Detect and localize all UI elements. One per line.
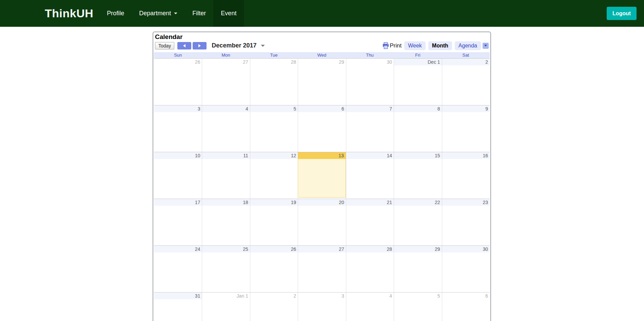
chevron-down-icon[interactable]	[261, 45, 265, 47]
cell-body	[250, 206, 298, 245]
cell-body	[394, 253, 442, 292]
cell-body	[394, 112, 442, 152]
calendar-cell[interactable]: 15	[394, 152, 442, 199]
calendar-cell[interactable]: 30	[442, 246, 490, 292]
current-period-label[interactable]: December 2017	[212, 42, 256, 49]
page-title: Calendar	[155, 33, 490, 41]
tab-month[interactable]: Month	[428, 41, 452, 50]
view-dropdown-button[interactable]	[483, 43, 489, 49]
date-label: 29	[394, 246, 442, 253]
week-row: 2627282930Dec 12	[154, 58, 490, 105]
week-row: 10111213141516	[154, 152, 490, 199]
nav-item-label: Filter	[192, 10, 206, 17]
calendar-cell[interactable]: 26	[154, 59, 202, 105]
date-label: 2	[250, 293, 298, 299]
cell-body	[298, 206, 346, 245]
print-icon	[382, 42, 390, 49]
cell-body	[394, 65, 442, 105]
tab-week[interactable]: Week	[404, 41, 426, 50]
date-label: 13	[298, 152, 345, 159]
calendar-cell[interactable]: 3	[298, 293, 346, 321]
nav-item-label: Event	[221, 10, 236, 17]
app-brand: ThinkUH	[45, 7, 93, 20]
calendar-cell[interactable]: Dec 1	[394, 59, 442, 105]
calendar-cell[interactable]: 26	[250, 246, 298, 292]
calendar-cell[interactable]: 6	[442, 293, 490, 321]
next-month-button[interactable]	[193, 42, 207, 49]
calendar-toolbar: Today December 2017	[155, 41, 489, 50]
cell-body	[346, 299, 394, 321]
calendar-cell[interactable]: 9	[442, 105, 490, 152]
calendar-cell[interactable]: 25	[202, 246, 250, 292]
calendar-cell[interactable]: 4	[346, 293, 394, 321]
calendar-cell-today[interactable]: 13	[298, 152, 346, 198]
cell-body	[202, 159, 250, 199]
logout-button[interactable]: Logout	[607, 7, 637, 20]
calendar-cell[interactable]: 29	[298, 59, 346, 105]
date-label: 28	[346, 246, 394, 253]
calendar-cell[interactable]: 19	[250, 199, 298, 245]
cell-body	[298, 299, 346, 321]
calendar-cell[interactable]: 6	[298, 105, 346, 152]
calendar-cell[interactable]: 8	[394, 105, 442, 152]
calendar-cell[interactable]: 12	[250, 152, 298, 199]
calendar-cell[interactable]: 28	[250, 59, 298, 105]
calendar-cell[interactable]: 16	[442, 152, 490, 199]
date-label: 12	[250, 152, 298, 159]
calendar-cell[interactable]: 18	[202, 199, 250, 245]
calendar-panel: Calendar Today December 2017	[153, 32, 491, 321]
date-label: 20	[298, 199, 346, 206]
calendar-cell[interactable]: 3	[154, 105, 202, 152]
date-label: Jan 1	[202, 293, 250, 299]
nav-item-event[interactable]: Event	[213, 0, 244, 27]
calendar-cell[interactable]: 5	[394, 293, 442, 321]
calendar-cell[interactable]: 29	[394, 246, 442, 292]
date-label: 9	[442, 105, 490, 112]
calendar-cell[interactable]: 10	[154, 152, 202, 199]
calendar-cell[interactable]: 14	[346, 152, 394, 199]
date-label: 6	[298, 105, 346, 112]
calendar-cell[interactable]: 20	[298, 199, 346, 245]
cell-body	[250, 299, 298, 321]
calendar-cell[interactable]: Jan 1	[202, 293, 250, 321]
calendar-cell[interactable]: 31	[154, 293, 202, 321]
calendar-cell[interactable]: 22	[394, 199, 442, 245]
cell-body	[442, 206, 490, 245]
print-button[interactable]: Print	[382, 42, 402, 49]
prev-month-button[interactable]	[177, 42, 191, 49]
cell-body	[346, 65, 394, 105]
nav-item-profile[interactable]: Profile	[99, 0, 132, 27]
calendar-cell[interactable]: 5	[250, 105, 298, 152]
view-tabs: WeekMonthAgenda	[402, 41, 481, 50]
day-header: Fri	[394, 52, 442, 58]
nav-item-department[interactable]: Department	[132, 0, 185, 27]
cell-body	[298, 65, 346, 105]
calendar-cell[interactable]: 23	[442, 199, 490, 245]
chevron-down-icon	[174, 13, 177, 14]
calendar-cell[interactable]: 4	[202, 105, 250, 152]
calendar-cell[interactable]: 27	[202, 59, 250, 105]
calendar-cell[interactable]: 21	[346, 199, 394, 245]
cell-body	[154, 253, 202, 292]
calendar-cell[interactable]: 2	[250, 293, 298, 321]
calendar-cell[interactable]: 24	[154, 246, 202, 292]
calendar-cell[interactable]: 27	[298, 246, 346, 292]
week-row: 3456789	[154, 105, 490, 152]
date-label: 16	[442, 152, 490, 159]
nav-item-label: Profile	[107, 10, 124, 17]
calendar-cell[interactable]: 17	[154, 199, 202, 245]
cell-body	[442, 112, 490, 152]
calendar-cell[interactable]: 2	[442, 59, 490, 105]
cell-body	[442, 299, 490, 321]
cell-body	[154, 299, 202, 321]
calendar-cell[interactable]: 7	[346, 105, 394, 152]
calendar-cell[interactable]: 30	[346, 59, 394, 105]
nav-item-filter[interactable]: Filter	[185, 0, 213, 27]
calendar-cell[interactable]: 11	[202, 152, 250, 199]
date-label: 21	[346, 199, 394, 206]
tab-agenda[interactable]: Agenda	[455, 41, 481, 50]
today-button[interactable]: Today	[155, 42, 174, 49]
calendar-cell[interactable]: 28	[346, 246, 394, 292]
day-headers: SunMonTueWedThuFriSat	[154, 52, 490, 58]
toolbar-view-controls: Print WeekMonthAgenda	[382, 41, 489, 50]
